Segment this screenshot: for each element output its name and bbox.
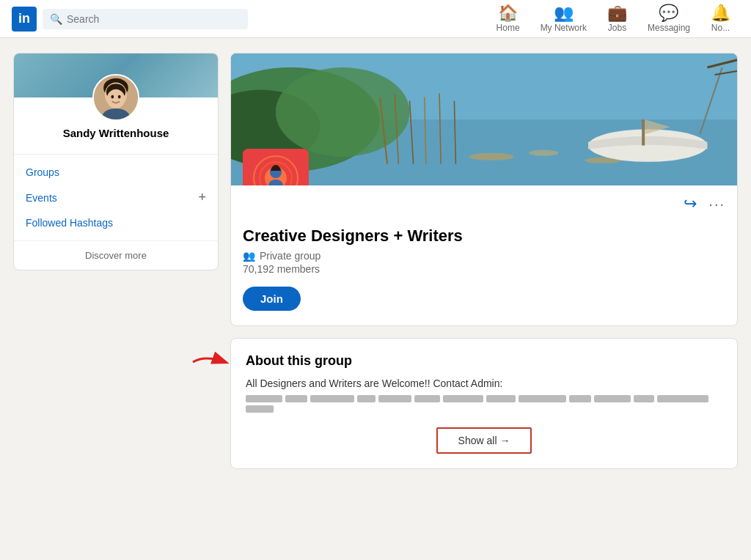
group-logo: BE CREATIVE: [243, 149, 309, 185]
nav-item-jobs[interactable]: 💼 Jobs: [598, 5, 636, 33]
nav-messaging-label: Messaging: [648, 23, 690, 33]
nav-jobs-label: Jobs: [608, 23, 626, 33]
nav-left: in 🔍: [12, 7, 488, 32]
my-network-icon: 👥: [554, 5, 574, 21]
blurred-text: [246, 395, 722, 413]
sidebar-item-events[interactable]: Events +: [14, 184, 218, 211]
group-type: Private group: [260, 250, 320, 262]
blur-block: [657, 395, 708, 402]
svg-point-20: [529, 150, 559, 156]
group-card: BE CREATIVE ↪ ··· Creative Designers + W…: [230, 53, 738, 326]
search-bar[interactable]: 🔍: [43, 9, 248, 29]
notifications-icon: 🔔: [711, 5, 730, 21]
svg-point-4: [107, 89, 125, 108]
events-link[interactable]: Events: [26, 192, 57, 204]
main-content: Sandy Writtenhouse Groups Events + Follo…: [1, 38, 750, 484]
groups-link[interactable]: Groups: [26, 166, 59, 178]
group-meta: 👥 Private group: [243, 250, 725, 262]
group-members: 70,192 members: [243, 263, 725, 275]
blur-block: [486, 395, 516, 402]
share-icon[interactable]: ↪: [684, 194, 697, 213]
blur-block: [519, 395, 566, 402]
events-add-icon[interactable]: +: [198, 190, 206, 205]
show-all-wrapper: Show all →: [246, 427, 722, 454]
nav-item-home[interactable]: 🏠 Home: [488, 5, 529, 33]
nav-item-my-network[interactable]: 👥 My Network: [532, 5, 596, 33]
group-banner: BE CREATIVE: [231, 54, 737, 185]
sidebar-profile-area: Sandy Writtenhouse: [14, 74, 218, 154]
blur-block: [378, 395, 411, 402]
group-type-icon: 👥: [243, 250, 255, 262]
about-title: About this group: [246, 353, 722, 369]
sidebar-item-hashtags[interactable]: Followed Hashtags: [14, 211, 218, 235]
discover-more[interactable]: Discover more: [14, 240, 218, 270]
avatar-wrapper: [26, 74, 206, 121]
blur-block: [634, 395, 654, 402]
home-icon: 🏠: [498, 5, 518, 21]
about-arrow: [190, 352, 231, 372]
nav-my-network-label: My Network: [541, 23, 587, 33]
blur-block: [285, 395, 307, 402]
linkedin-logo[interactable]: in: [12, 7, 37, 32]
svg-point-5: [111, 95, 114, 99]
sidebar: Sandy Writtenhouse Groups Events + Follo…: [13, 53, 219, 469]
blur-block: [414, 395, 440, 402]
user-name: Sandy Writtenhouse: [26, 127, 206, 139]
blur-block: [443, 395, 483, 402]
navbar: in 🔍 🏠 Home 👥 My Network 💼 Jobs 💬 Messag…: [0, 0, 751, 38]
blur-block: [569, 395, 591, 402]
group-card-actions: ↪ ···: [684, 194, 725, 213]
blur-block: [357, 395, 376, 402]
messaging-icon: 💬: [659, 5, 678, 21]
main-area: BE CREATIVE ↪ ··· Creative Designers + W…: [230, 53, 738, 469]
join-button[interactable]: Join: [243, 287, 301, 311]
hashtags-link[interactable]: Followed Hashtags: [26, 217, 113, 229]
blur-block: [246, 395, 282, 402]
jobs-icon: 💼: [607, 5, 627, 21]
group-title: Creative Designers + Writers: [243, 226, 725, 246]
sidebar-item-groups[interactable]: Groups: [14, 161, 218, 184]
blur-block: [246, 405, 274, 413]
nav-right: 🏠 Home 👥 My Network 💼 Jobs 💬 Messaging 🔔…: [488, 5, 739, 33]
sidebar-card: Sandy Writtenhouse Groups Events + Follo…: [13, 53, 219, 270]
svg-point-19: [469, 153, 514, 161]
show-all-button[interactable]: Show all →: [436, 427, 532, 454]
blur-block: [310, 395, 354, 402]
svg-point-12: [276, 67, 410, 157]
search-icon: 🔍: [50, 13, 62, 25]
more-options-icon[interactable]: ···: [708, 196, 725, 213]
blur-block: [594, 395, 631, 402]
about-description: All Designers and Writers are Welcome!! …: [246, 377, 722, 389]
search-input[interactable]: [67, 13, 241, 25]
svg-rect-24: [642, 119, 645, 146]
nav-home-label: Home: [497, 23, 520, 33]
nav-item-messaging[interactable]: 💬 Messaging: [639, 5, 699, 33]
sidebar-links: Groups Events + Followed Hashtags: [14, 154, 218, 240]
about-card: About this group All Designers and Write…: [230, 338, 738, 469]
nav-item-notifications[interactable]: 🔔 No...: [702, 5, 739, 33]
avatar: [92, 74, 139, 121]
group-card-body: ↪ ··· Creative Designers + Writers 👥 Pri…: [231, 185, 737, 325]
svg-point-6: [118, 95, 121, 99]
nav-notifications-label: No...: [711, 23, 730, 33]
